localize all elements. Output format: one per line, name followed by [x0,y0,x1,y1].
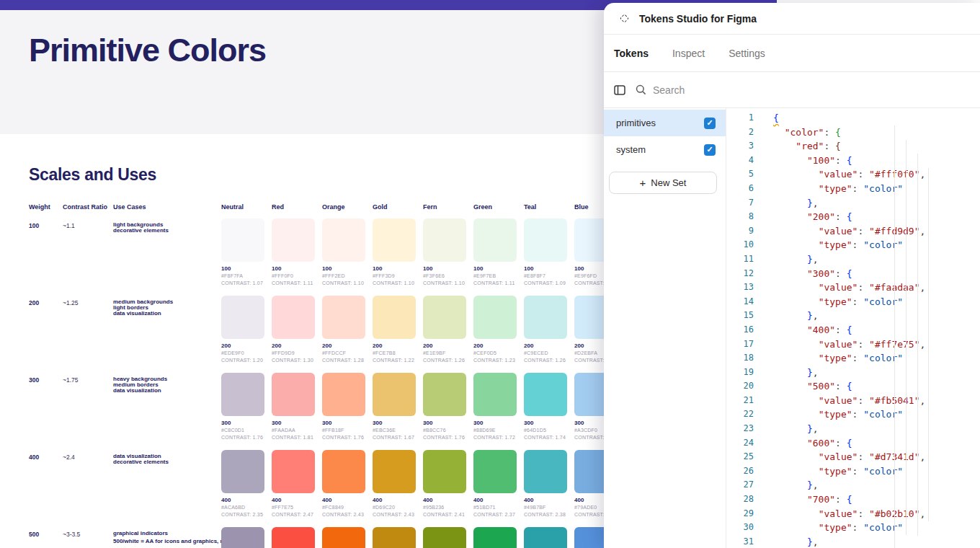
swatch-weight: 400 [272,497,315,504]
tab-inspect[interactable]: Inspect [672,48,705,59]
swatch-cell: 100#F8F7FACONTRAST: 1.07 [221,218,264,287]
swatch-labels: 300#64D1D5CONTRAST: 1.74 [524,420,567,441]
token-set-label: primitives [616,118,704,128]
code-text: "red": { [773,139,841,154]
swatch-labels: 300#B8CC76CONTRAST: 1.76 [423,420,466,441]
row-contrast-ratio: ~3-3.5 [63,531,80,538]
swatch-cell: 200#C9ECEDCONTRAST: 1.26 [524,296,567,364]
swatch-weight: 200 [221,342,264,350]
swatch-weight: 300 [524,420,567,427]
swatch-cell: 400#FC8849CONTRAST: 2.43 [322,450,365,518]
search-input[interactable]: Search [653,84,685,96]
swatch-hex: #FAADAA [272,427,315,434]
swatch-cell: 400#95B236CONTRAST: 2.41 [423,450,466,518]
line-number: 19 [726,366,754,380]
swatch-hex: #64D1D5 [524,427,567,434]
code-text: "100": { [773,154,852,168]
code-line: 20 "500": { [726,379,980,394]
color-swatch [373,218,416,262]
swatch-hex: #E8F8F7 [524,273,567,280]
swatch-weight: 300 [221,420,264,427]
color-swatch [373,527,416,548]
row-contrast-ratio: ~1.1 [63,222,75,229]
swatch-labels: 200#E1E9BFCONTRAST: 1.26 [423,342,466,364]
plus-icon: + [640,177,646,188]
code-text: "type": "color" [773,182,903,196]
line-number: 5 [726,167,754,182]
code-text: }, [773,309,819,323]
swatch-hex: #F3F6E6 [423,273,466,280]
line-number: 1 [726,111,754,125]
code-line: 10 "type": "color" [726,238,980,252]
sidebar-toggle-icon[interactable] [614,85,625,95]
color-swatch [423,527,466,548]
swatch-cell [423,527,466,548]
swatch-labels: 400#FC8849CONTRAST: 2.43 [322,497,365,518]
swatch-weight: 100 [373,265,416,273]
code-text: "color": { [773,125,841,140]
code-line: 11 }, [726,252,980,267]
swatch-hex: #88D69E [473,427,517,434]
swatch-contrast: CONTRAST: 1.76 [322,434,365,441]
color-swatch [373,296,416,339]
color-swatch [473,218,517,262]
swatch-contrast: CONTRAST: 1.76 [221,434,264,441]
line-number: 18 [726,351,754,366]
token-set-primitives[interactable]: primitives ✓ [604,110,726,136]
swatch-labels: 100#F3F6E6CONTRAST: 1.10 [423,265,466,287]
color-swatch [272,218,315,262]
code-text: "type": "color" [773,407,903,422]
code-line: 12 "300": { [726,267,980,281]
line-number: 15 [726,309,754,323]
new-set-button[interactable]: + New Set [609,172,717,194]
color-swatch [524,296,567,339]
line-number: 4 [726,154,754,168]
color-swatch [221,218,264,262]
swatch-cell: 300#64D1D5CONTRAST: 1.74 [524,373,567,441]
line-number: 23 [726,422,754,436]
search-bar[interactable]: Search [604,72,980,108]
swatch-contrast: CONTRAST: 1.28 [322,357,365,364]
color-swatch [423,296,466,339]
row-contrast-ratio: ~1.25 [63,299,79,306]
line-number: 8 [726,210,754,224]
swatch-labels: 300#FAADAACONTRAST: 1.81 [272,420,315,441]
json-editor[interactable]: 1{2 "color": {3 "red": {4 "100": {5 "val… [726,108,980,548]
swatch-hex: #B8CC76 [423,427,466,434]
swatch-labels: 400#ACA6BDCONTRAST: 2.35 [221,497,264,518]
code-line: 6 "type": "color" [726,182,980,196]
swatch-labels: 400#D69C20CONTRAST: 2.43 [373,497,416,518]
swatch-labels: 300#FFB18FCONTRAST: 1.76 [322,420,365,441]
row-weight: 300 [29,376,39,384]
color-swatch [272,296,315,339]
swatch-weight: 200 [272,342,315,350]
swatch-contrast: CONTRAST: 1.07 [221,280,264,287]
code-line: 3 "red": { [726,139,980,154]
checkbox-checked-icon[interactable]: ✓ [704,118,716,129]
code-line: 9 "value": "#ffd9d9", [726,224,980,239]
swatch-hex: #EDE9F0 [221,350,264,357]
tokens-studio-logo-icon [620,14,629,23]
color-swatch [272,527,315,548]
color-column-header: Neutral [221,203,244,211]
code-text: "type": "color" [773,295,903,309]
swatch-weight: 200 [524,342,567,350]
swatch-contrast: CONTRAST: 1.10 [322,280,365,287]
checkbox-checked-icon[interactable]: ✓ [704,144,716,156]
color-swatch [524,373,567,416]
tab-settings[interactable]: Settings [729,48,765,59]
swatch-weight: 100 [272,265,315,273]
color-swatch [272,373,315,416]
code-line: 29 "value": "#b02b10", [726,507,980,521]
swatch-labels: 400#51BD71CONTRAST: 2.37 [473,497,517,518]
tab-tokens[interactable]: Tokens [614,48,649,59]
swatch-cell: 400#FF7E75CONTRAST: 2.47 [272,450,315,518]
token-set-system[interactable]: system ✓ [604,136,726,163]
swatch-hex: #F8F7FA [221,273,264,280]
new-set-label: New Set [651,177,686,188]
color-swatch [221,373,264,416]
code-line: 19 }, [726,366,980,380]
code-line: 17 "value": "#ff7e75", [726,337,980,352]
swatch-labels: 100#E8F8F7CONTRAST: 1.09 [524,265,567,287]
column-header: Weight [29,203,50,211]
